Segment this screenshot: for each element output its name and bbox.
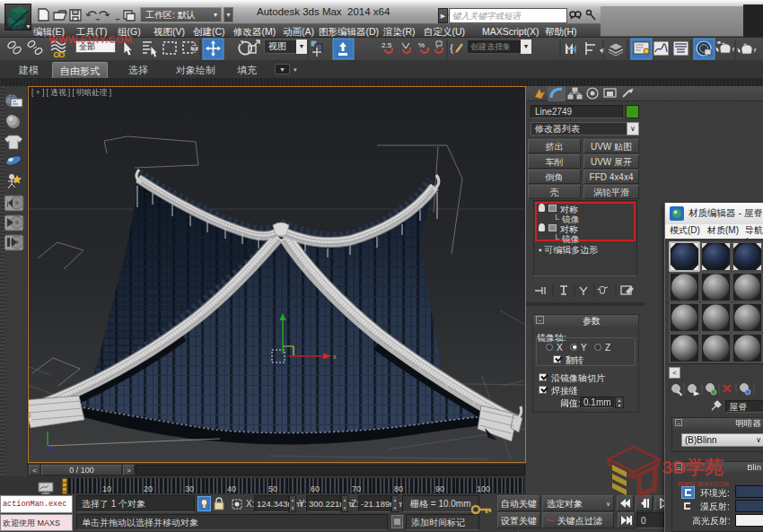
svg-text:[ + ] [ 透视 ] [ 明暗处理 ]: [ + ] [ 透视 ] [ 明暗处理 ] bbox=[31, 88, 111, 97]
svg-text:%: % bbox=[418, 41, 425, 49]
svg-text:x: x bbox=[333, 353, 337, 360]
svg-text:{: { bbox=[449, 41, 454, 55]
svg-text:WWW.3DXY.COM: WWW.3DXY.COM bbox=[678, 481, 729, 487]
svg-text:2.5: 2.5 bbox=[382, 41, 392, 49]
svg-text:3D学苑: 3D学苑 bbox=[662, 457, 724, 477]
